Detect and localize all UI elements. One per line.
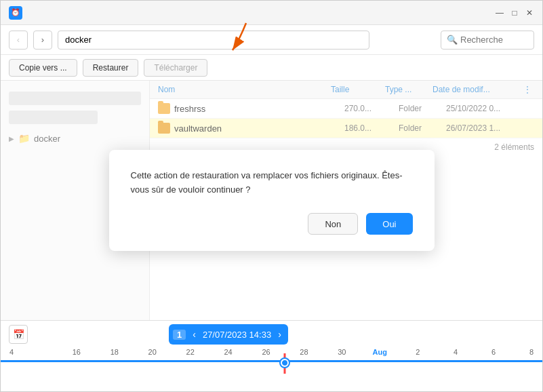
no-button[interactable]: Non — [308, 213, 358, 235]
title-bar-left: ⏰ — [9, 6, 22, 20]
title-bar: ⏰ — □ ✕ — [1, 1, 542, 25]
content-area: ▶ 📁 docker Nom Taille Type ... Date de m… — [1, 81, 542, 320]
timeline-dot[interactable] — [281, 359, 289, 367]
minimize-button[interactable]: — — [495, 8, 504, 18]
dialog-message: Cette action de restauration va remplace… — [131, 169, 413, 197]
dialog-buttons: Non Oui — [131, 213, 413, 235]
tl-label-30: 30 — [338, 348, 346, 356]
date-navigator: 1 ‹ 27/07/2023 14:33 › — [169, 324, 288, 345]
tl-label-26: 26 — [262, 348, 270, 356]
close-button[interactable]: ✕ — [525, 8, 534, 18]
tl-label-24: 24 — [224, 348, 232, 356]
timeline-area: 📅 1 ‹ 27/07/2023 14:33 › 4 16 18 20 22 2… — [1, 320, 542, 391]
search-input[interactable] — [460, 35, 528, 45]
back-button[interactable]: ‹ — [9, 31, 28, 50]
dialog-overlay: Cette action de restauration va remplace… — [1, 81, 542, 320]
timeline-track — [1, 360, 542, 362]
tl-label-2: 2 — [416, 348, 420, 356]
path-input[interactable] — [58, 31, 369, 50]
date-display: 27/07/2023 14:33 — [203, 330, 271, 340]
tl-label-4: 4 — [9, 348, 14, 356]
yes-button[interactable]: Oui — [366, 213, 412, 235]
tl-label-28: 28 — [300, 348, 308, 356]
timeline-controls: 📅 1 ‹ 27/07/2023 14:33 › — [1, 321, 542, 348]
tl-label-8: 8 — [529, 348, 534, 356]
timeline-ruler: 4 16 18 20 22 24 26 28 30 Aug 2 4 6 8 — [1, 348, 542, 391]
toolbar: ‹ › 🔍 — [1, 25, 542, 55]
search-box[interactable]: 🔍 — [441, 31, 534, 50]
tl-label-6: 6 — [491, 348, 496, 356]
next-date-button[interactable]: › — [275, 329, 284, 340]
tl-label-aug: Aug — [373, 348, 387, 356]
calendar-icon[interactable]: 📅 — [9, 325, 28, 344]
tl-label-20: 20 — [148, 348, 157, 356]
maximize-button[interactable]: □ — [510, 8, 519, 18]
app-icon: ⏰ — [9, 6, 22, 20]
search-icon: 🔍 — [447, 35, 458, 45]
main-window: ⏰ — □ ✕ ‹ › 🔍 C — [0, 0, 543, 392]
confirm-dialog: Cette action de restauration va remplace… — [109, 150, 435, 252]
tl-label-22: 22 — [186, 348, 195, 356]
copy-button[interactable]: Copie vers ... — [9, 59, 77, 77]
title-bar-controls: — □ ✕ — [495, 8, 534, 18]
download-button[interactable]: Télécharger — [144, 59, 207, 77]
page-number: 1 — [173, 330, 186, 340]
restore-button[interactable]: Restaurer — [83, 59, 139, 77]
forward-button[interactable]: › — [33, 31, 52, 50]
tl-label-4b: 4 — [454, 348, 458, 356]
tl-label-18: 18 — [110, 348, 119, 356]
prev-date-button[interactable]: ‹ — [190, 329, 199, 340]
tl-label-16: 16 — [73, 348, 81, 356]
action-bar: Copie vers ... Restaurer Télécharger — [1, 55, 542, 81]
